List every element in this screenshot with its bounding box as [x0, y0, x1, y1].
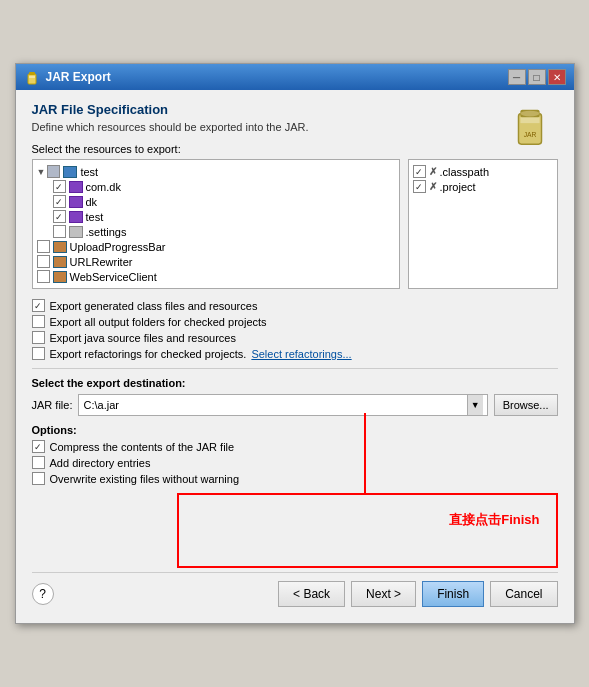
jar-file-value: C:\a.jar [83, 399, 466, 411]
option-compress[interactable]: Compress the contents of the JAR file [32, 440, 558, 453]
select-refactorings-link[interactable]: Select refactorings... [251, 348, 351, 360]
project-icon-urlrewriter [53, 256, 67, 268]
title-bar-left: JAR Export [24, 69, 111, 85]
checkbox-export-refactorings[interactable] [32, 347, 45, 360]
project-icon-uploadprogressbar [53, 241, 67, 253]
expand-arrow-test: ▼ [37, 167, 46, 177]
resources-section: ▼ test com.dk dk [32, 159, 558, 289]
file-item-project[interactable]: ✗ .project [413, 179, 553, 194]
option-row-1[interactable]: Export generated class files and resourc… [32, 299, 558, 312]
minimize-button[interactable]: ─ [508, 69, 526, 85]
tree-item-settings[interactable]: .settings [53, 224, 395, 239]
option-overwrite[interactable]: Overwrite existing files without warning [32, 472, 558, 485]
svg-rect-6 [520, 117, 539, 123]
jar-file-label: JAR file: [32, 399, 73, 411]
jar-graphic-icon: JAR [510, 102, 558, 150]
tree-item-dk[interactable]: dk [53, 194, 395, 209]
tree-item-test-sub[interactable]: test [53, 209, 395, 224]
checkbox-export-class[interactable] [32, 299, 45, 312]
option-row-2[interactable]: Export all output folders for checked pr… [32, 315, 558, 328]
option-row-3[interactable]: Export java source files and resources [32, 331, 558, 344]
project-icon-test [63, 166, 77, 178]
resource-tree-panel[interactable]: ▼ test com.dk dk [32, 159, 400, 289]
title-bar-buttons: ─ □ ✕ [508, 69, 566, 85]
help-button[interactable]: ? [32, 583, 54, 605]
dialog-content: JAR File Specification Define which reso… [16, 90, 574, 623]
option-label-1: Export generated class files and resourc… [50, 300, 258, 312]
nav-buttons: < Back Next > Finish Cancel [278, 581, 557, 607]
tree-item-uploadprogressbar[interactable]: UploadProgressBar [37, 239, 395, 254]
destination-header: Select the export destination: [32, 377, 558, 389]
checkbox-settings[interactable] [53, 225, 66, 238]
close-button[interactable]: ✕ [548, 69, 566, 85]
svg-text:JAR: JAR [523, 131, 536, 138]
options-section: Options: Compress the contents of the JA… [32, 424, 558, 485]
package-icon-dk [69, 196, 83, 208]
finish-button[interactable]: Finish [422, 581, 484, 607]
tree-item-webserviceclient[interactable]: WebServiceClient [37, 269, 395, 284]
file-label-classpath: .classpath [440, 166, 490, 178]
browse-button[interactable]: Browse... [494, 394, 558, 416]
section-description: Define which resources should be exporte… [32, 121, 498, 133]
svg-point-5 [520, 111, 539, 117]
checkbox-test-sub[interactable] [53, 210, 66, 223]
tree-label-uploadprogressbar: UploadProgressBar [70, 241, 166, 253]
checkbox-overwrite[interactable] [32, 472, 45, 485]
window-title: JAR Export [46, 70, 111, 84]
checkbox-uploadprogressbar[interactable] [37, 240, 50, 253]
destination-row: JAR file: C:\a.jar ▼ Browse... [32, 394, 558, 416]
jar-icon [24, 69, 40, 85]
checkbox-test[interactable] [47, 165, 60, 178]
maximize-button[interactable]: □ [528, 69, 546, 85]
checkbox-dk[interactable] [53, 195, 66, 208]
svg-rect-1 [29, 72, 35, 75]
package-icon-test-sub [69, 211, 83, 223]
file-item-classpath[interactable]: ✗ .classpath [413, 164, 553, 179]
tree-label-test-sub: test [86, 211, 104, 223]
tree-item-urlrewriter[interactable]: URLRewriter [37, 254, 395, 269]
checkbox-urlrewriter[interactable] [37, 255, 50, 268]
back-button[interactable]: < Back [278, 581, 345, 607]
checkbox-directory[interactable] [32, 456, 45, 469]
tree-label-test: test [80, 166, 98, 178]
red-vertical-line [364, 413, 366, 493]
resources-label: Select the resources to export: [32, 143, 558, 155]
section-title: JAR File Specification [32, 102, 498, 117]
option-row-4[interactable]: Export refactorings for checked projects… [32, 347, 558, 360]
jar-file-combo[interactable]: C:\a.jar ▼ [78, 394, 487, 416]
option-compress-label: Compress the contents of the JAR file [50, 441, 235, 453]
option-directory[interactable]: Add directory entries [32, 456, 558, 469]
cancel-button[interactable]: Cancel [490, 581, 557, 607]
red-highlight-box [177, 493, 558, 568]
settings-folder-icon [69, 226, 83, 238]
file-label-project: .project [440, 181, 476, 193]
file-icon-classpath: ✗ [429, 166, 437, 177]
checkbox-compress[interactable] [32, 440, 45, 453]
checkbox-export-java[interactable] [32, 331, 45, 344]
svg-rect-0 [28, 74, 36, 84]
project-icon-webserviceclient [53, 271, 67, 283]
checkbox-classpath[interactable] [413, 165, 426, 178]
option-directory-label: Add directory entries [50, 457, 151, 469]
bottom-annotation-area: 直接点击Finish [32, 493, 558, 568]
tree-label-dk: dk [86, 196, 98, 208]
checkbox-comdk[interactable] [53, 180, 66, 193]
tree-label-comdk: com.dk [86, 181, 121, 193]
checkbox-webserviceclient[interactable] [37, 270, 50, 283]
title-bar: JAR Export ─ □ ✕ [16, 64, 574, 90]
file-panel[interactable]: ✗ .classpath ✗ .project [408, 159, 558, 289]
tree-label-webserviceclient: WebServiceClient [70, 271, 157, 283]
tree-label-settings: .settings [86, 226, 127, 238]
annotation-text: 直接点击Finish [449, 511, 539, 529]
checkbox-export-output[interactable] [32, 315, 45, 328]
button-row: ? < Back Next > Finish Cancel [32, 572, 558, 611]
options-label: Options: [32, 424, 558, 436]
next-button[interactable]: Next > [351, 581, 416, 607]
checkbox-project[interactable] [413, 180, 426, 193]
separator-1 [32, 368, 558, 369]
export-options-group: Export generated class files and resourc… [32, 299, 558, 360]
combo-arrow-icon[interactable]: ▼ [467, 395, 483, 415]
tree-item-comdk[interactable]: com.dk [53, 179, 395, 194]
tree-item-test[interactable]: ▼ test [37, 164, 395, 179]
svg-rect-2 [29, 76, 35, 78]
